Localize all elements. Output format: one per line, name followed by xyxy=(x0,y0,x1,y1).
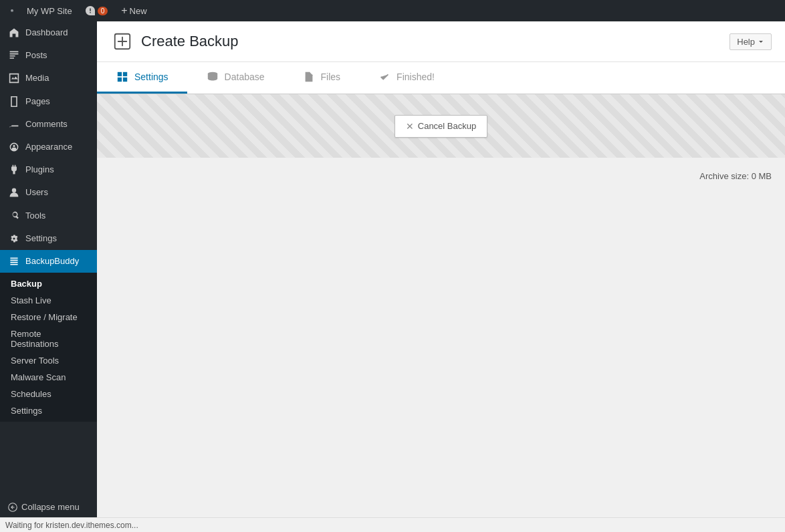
page-title: Create Backup xyxy=(141,33,239,50)
tab-settings[interactable]: Settings xyxy=(97,62,187,94)
sidebar: Dashboard Posts Media Pages Comments xyxy=(0,21,97,517)
adminbar-site[interactable]: My WP Site xyxy=(21,0,78,21)
submenu-server-tools[interactable]: Server Tools xyxy=(0,352,97,369)
tabs-bar: Settings Database xyxy=(97,62,785,94)
plugins-icon xyxy=(8,164,20,176)
backupbuddy-submenu: Backup Stash Live Restore / Migrate Remo… xyxy=(0,273,97,422)
media-icon xyxy=(8,72,20,84)
users-icon xyxy=(8,186,20,198)
content-body: ✕ Cancel Backup Archive size: 0 MB xyxy=(97,94,785,517)
cancel-x-icon: ✕ xyxy=(406,121,414,132)
sidebar-item-appearance[interactable]: Appearance xyxy=(0,136,97,158)
tools-icon xyxy=(8,210,20,222)
submenu-settings-bb[interactable]: Settings xyxy=(0,402,97,419)
posts-icon xyxy=(8,49,20,61)
tab-finished[interactable]: Finished! xyxy=(359,62,453,94)
svg-rect-3 xyxy=(118,72,122,76)
sidebar-item-dashboard[interactable]: Dashboard xyxy=(0,21,97,44)
create-backup-icon xyxy=(110,29,134,53)
adminbar-new[interactable]: + New xyxy=(116,0,152,21)
admin-bar: My WP Site 0 + New xyxy=(0,0,785,21)
submenu-malware-scan[interactable]: Malware Scan xyxy=(0,369,97,386)
sidebar-item-backupbuddy[interactable]: BackupBuddy xyxy=(0,250,97,273)
finished-tab-icon xyxy=(378,70,391,84)
submenu-backup[interactable]: Backup xyxy=(0,275,97,292)
adminbar-comments[interactable]: 0 xyxy=(80,0,114,21)
submenu-restore-migrate[interactable]: Restore / Migrate xyxy=(0,309,97,325)
cancel-backup-button[interactable]: ✕ Cancel Backup xyxy=(395,115,487,138)
svg-rect-5 xyxy=(118,78,122,82)
sidebar-item-tools[interactable]: Tools xyxy=(0,205,97,227)
submenu-schedules[interactable]: Schedules xyxy=(0,386,97,402)
collapse-menu[interactable]: Collapse menu xyxy=(0,497,97,517)
content-area: Create Backup Help Settings xyxy=(97,21,785,517)
submenu-remote-destinations[interactable]: Remote Destinations xyxy=(0,325,97,352)
svg-rect-6 xyxy=(123,78,127,82)
tab-files[interactable]: Files xyxy=(284,62,360,94)
settings-icon xyxy=(8,233,20,245)
sidebar-item-media[interactable]: Media xyxy=(0,67,97,90)
sidebar-item-posts[interactable]: Posts xyxy=(0,44,97,67)
svg-rect-4 xyxy=(123,72,127,76)
page-header: Create Backup Help xyxy=(97,21,785,62)
sidebar-item-settings[interactable]: Settings xyxy=(0,227,97,250)
appearance-icon xyxy=(8,141,20,153)
status-bar: Waiting for kristen.dev.ithemes.com... xyxy=(0,517,785,532)
page-title-area: Create Backup xyxy=(110,29,239,53)
backupbuddy-icon xyxy=(8,255,20,267)
settings-tab-icon xyxy=(116,70,129,84)
sidebar-item-pages[interactable]: Pages xyxy=(0,90,97,113)
submenu-stash-live[interactable]: Stash Live xyxy=(0,292,97,309)
sidebar-item-comments[interactable]: Comments xyxy=(0,113,97,136)
svg-point-0 xyxy=(12,188,16,192)
help-button[interactable]: Help xyxy=(730,33,772,50)
pages-icon xyxy=(8,96,20,108)
progress-area: ✕ Cancel Backup xyxy=(97,94,785,158)
tab-database[interactable]: Database xyxy=(187,62,284,94)
sidebar-item-users[interactable]: Users xyxy=(0,181,97,204)
files-tab-icon xyxy=(302,70,316,84)
wp-logo[interactable] xyxy=(5,4,19,17)
dashboard-icon xyxy=(8,27,20,39)
archive-size-info: Archive size: 0 MB xyxy=(699,171,772,181)
database-tab-icon xyxy=(206,70,219,84)
sidebar-item-plugins[interactable]: Plugins xyxy=(0,158,97,181)
comments-icon xyxy=(8,118,20,130)
